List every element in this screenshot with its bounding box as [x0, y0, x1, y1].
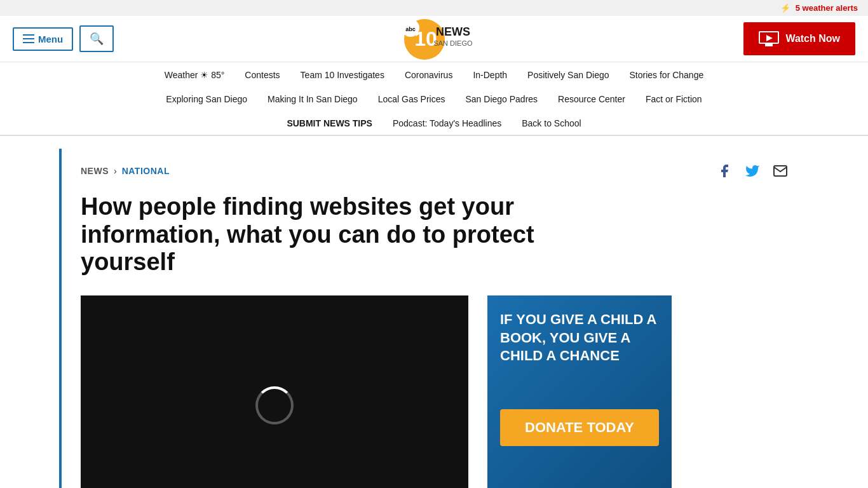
nav-resource[interactable]: Resource Center — [548, 92, 635, 107]
content-wrapper: NEWS › NATIONAL — [46, 149, 822, 488]
nav-tips[interactable]: SUBMIT NEWS TIPS — [276, 116, 383, 131]
menu-button[interactable]: Menu — [13, 27, 73, 51]
ad-donate-button[interactable]: DONATE TODAY — [500, 409, 659, 446]
nav-making[interactable]: Making It In San Diego — [257, 92, 368, 107]
search-icon: 🔍 — [90, 32, 104, 45]
nav-coronavirus[interactable]: Coronavirus — [395, 67, 463, 83]
breadcrumb-separator: › — [114, 166, 117, 176]
nav-row-3: SUBMIT NEWS TIPS Podcast: Today's Headli… — [0, 111, 868, 135]
main-nav: Weather ☀ 85° Contests Team 10 Investiga… — [0, 62, 868, 136]
facebook-share-icon[interactable] — [715, 161, 734, 180]
tv-icon — [759, 31, 779, 46]
nav-stories[interactable]: Stories for Change — [620, 67, 714, 83]
nav-weather[interactable]: Weather ☀ 85° — [154, 67, 235, 83]
header-left: Menu 🔍 — [13, 25, 114, 52]
search-button[interactable]: 🔍 — [79, 25, 114, 52]
hamburger-icon — [23, 34, 34, 43]
nav-team10[interactable]: Team 10 Investigates — [290, 67, 395, 83]
nav-indepth[interactable]: In-Depth — [463, 67, 517, 83]
video-player[interactable] — [81, 295, 468, 488]
breadcrumb: NEWS › NATIONAL — [81, 161, 790, 180]
lightning-icon: ⚡ — [780, 3, 790, 13]
ad-headline: IF YOU GIVE A CHILD A BOOK, YOU GIVE A C… — [500, 311, 659, 365]
breadcrumb-current: NATIONAL — [122, 166, 170, 176]
nav-padres[interactable]: San Diego Padres — [455, 92, 548, 107]
nav-back-to-school[interactable]: Back to School — [512, 116, 591, 131]
svg-rect-7 — [765, 44, 773, 46]
nav-contests[interactable]: Contests — [234, 67, 290, 83]
weather-alerts-link[interactable]: ⚡ 5 weather alerts — [780, 3, 858, 13]
ad-content: IF YOU GIVE A CHILD A BOOK, YOU GIVE A C… — [487, 295, 672, 488]
nav-exploring[interactable]: Exploring San Diego — [156, 92, 257, 107]
twitter-share-icon[interactable] — [743, 161, 762, 180]
nav-row-2: Exploring San Diego Making It In San Die… — [0, 86, 868, 111]
nav-fact[interactable]: Fact or Fiction — [635, 92, 712, 107]
article-body: IF YOU GIVE A CHILD A BOOK, YOU GIVE A C… — [81, 295, 790, 488]
nav-row-1: Weather ☀ 85° Contests Team 10 Investiga… — [0, 62, 868, 86]
nav-podcast[interactable]: Podcast: Today's Headlines — [383, 116, 512, 131]
site-header: Menu 🔍 abc 10 NEWS SAN DIEGO Watch Now — [0, 16, 868, 62]
article-title: How people finding websites get your inf… — [81, 193, 621, 276]
article-sidebar: IF YOU GIVE A CHILD A BOOK, YOU GIVE A C… — [487, 295, 678, 488]
svg-text:NEWS: NEWS — [436, 25, 470, 38]
social-share-icons — [715, 161, 790, 180]
breadcrumb-parent[interactable]: NEWS — [81, 166, 109, 176]
breadcrumb-left: NEWS › NATIONAL — [81, 166, 170, 176]
nav-gas[interactable]: Local Gas Prices — [368, 92, 456, 107]
nav-positively[interactable]: Positively San Diego — [517, 67, 619, 83]
article-main — [81, 295, 468, 488]
email-share-icon[interactable] — [771, 161, 790, 180]
article-section: NEWS › NATIONAL — [59, 149, 809, 488]
svg-text:SAN DIEGO: SAN DIEGO — [433, 39, 473, 47]
logo-svg: abc 10 NEWS SAN DIEGO — [393, 15, 475, 60]
watch-now-label: Watch Now — [785, 33, 840, 44]
site-logo[interactable]: abc 10 NEWS SAN DIEGO — [393, 15, 475, 62]
alert-text: 5 weather alerts — [796, 3, 858, 13]
watch-now-button[interactable]: Watch Now — [743, 22, 855, 55]
alert-bar[interactable]: ⚡ 5 weather alerts — [0, 0, 868, 16]
menu-label: Menu — [38, 34, 63, 44]
advertisement-box[interactable]: IF YOU GIVE A CHILD A BOOK, YOU GIVE A C… — [487, 295, 672, 488]
loading-spinner — [255, 386, 294, 424]
